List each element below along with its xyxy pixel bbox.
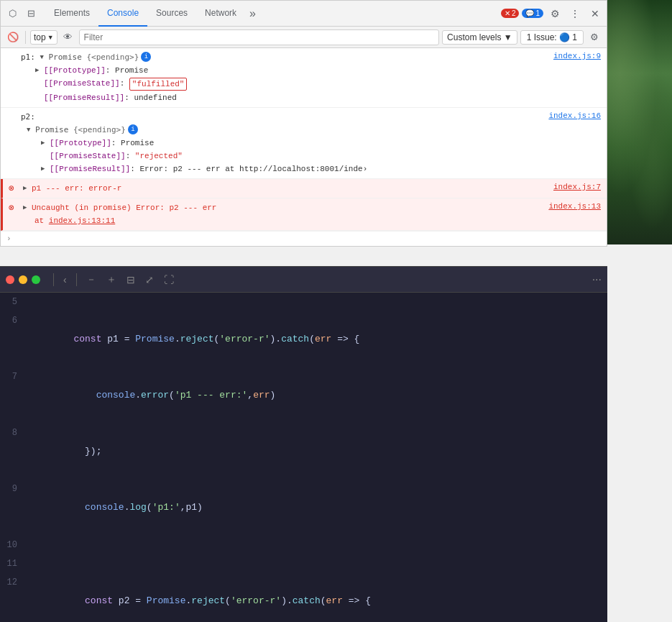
maximize-window-button[interactable] xyxy=(32,275,40,284)
uncaught-source-link[interactable]: index.js:13 xyxy=(548,200,607,229)
p2-tree-row: p2: xyxy=(21,111,546,124)
tab-sources[interactable]: Sources xyxy=(147,1,196,27)
entry-content-p2: p2: Promise {<pending>} i [[Prototype]] … xyxy=(18,109,548,177)
settings-icon[interactable]: ⚙ xyxy=(546,5,563,22)
cursor-tool-icon[interactable]: ⛶ xyxy=(162,272,176,288)
line-content-9[interactable]: console.log('p1:',p1) xyxy=(29,480,607,536)
console-entry-uncaught: ⊗ Uncaught (in promise) Error: p2 --- er… xyxy=(1,198,607,231)
chevron-down-icon: ▼ xyxy=(47,34,54,41)
console-entry-p1: p1: Promise {<pending>} i [[Prototype]] … xyxy=(1,48,607,108)
p2-expand-arrow[interactable] xyxy=(27,124,35,136)
tab-network[interactable]: Network xyxy=(196,1,245,27)
p2-result-arrow[interactable] xyxy=(41,163,50,175)
p1-error-source-link[interactable]: index.js:7 xyxy=(553,180,607,196)
line-content-8[interactable]: }); xyxy=(29,424,607,480)
uncaught-arrow[interactable] xyxy=(23,202,32,214)
line-content-5 xyxy=(29,293,607,311)
code-toolbar: ‹ － ＋ ⊟ ⤢ ⛶ ··· xyxy=(0,267,607,293)
code-content: 5 6 const p1 = Promise.reject('error-r')… xyxy=(0,293,607,622)
entry-gutter-p1 xyxy=(1,50,18,106)
error-badge[interactable]: ✕ 2 xyxy=(501,9,520,18)
expand-icon[interactable]: ⤢ xyxy=(143,272,156,288)
issue-badge[interactable]: 1 Issue: 🔵 1 xyxy=(520,30,584,45)
p1-label: p1: xyxy=(21,52,40,63)
p1-prototype-colon: : Promise xyxy=(106,65,148,76)
console-input-arrow[interactable]: › xyxy=(1,231,607,246)
code-separator-1 xyxy=(53,273,54,286)
p1-info-icon[interactable]: i xyxy=(141,52,151,62)
tab-console[interactable]: Console xyxy=(98,1,147,27)
p1-result-key: [[PromiseResult]] xyxy=(44,92,124,104)
line-num-6: 6 xyxy=(0,311,29,330)
p2-label: p2: xyxy=(21,111,35,123)
zoom-out-icon[interactable]: － xyxy=(84,271,98,288)
p1-expand-arrow[interactable] xyxy=(40,52,49,63)
back-button[interactable]: ‹ xyxy=(61,272,69,288)
p1-source-link[interactable]: index.js:9 xyxy=(553,50,607,106)
p1-state-key: [[PromiseState]] xyxy=(44,78,120,89)
custom-levels-dropdown[interactable]: Custom levels ▼ xyxy=(442,30,517,45)
code-line-10: 10 xyxy=(0,536,607,554)
code-line-8: 8 }); xyxy=(0,424,607,480)
p2-result-row: [[PromiseResult]] : Error: p2 --- err at… xyxy=(21,163,546,175)
p1-state-value: "fulfilled" xyxy=(129,78,188,91)
code-line-9: 9 console.log('p1:',p1) xyxy=(0,480,607,536)
entry-content-uncaught: Uncaught (in promise) Error: p2 --- err … xyxy=(20,200,548,229)
tab-bar-right: ✕ 2 💬 1 ⚙ ⋮ ✕ xyxy=(501,5,604,22)
more-options-icon[interactable]: ⋮ xyxy=(566,5,584,22)
message-badge[interactable]: 💬 1 xyxy=(522,9,543,18)
close-button[interactable]: ✕ xyxy=(586,5,604,22)
line-content-6[interactable]: const p1 = Promise.reject('error-r').cat… xyxy=(29,311,607,367)
line-content-12[interactable]: const p2 = Promise.reject('error-r').cat… xyxy=(29,573,607,622)
line-content-10 xyxy=(29,536,607,554)
uncaught-text: Uncaught (in promise) Error: p2 --- err xyxy=(32,202,216,214)
p1-tree-row: p1: Promise {<pending>} i xyxy=(21,51,551,64)
p2-state-colon: : xyxy=(126,150,135,162)
p1-prototype-arrow[interactable] xyxy=(35,65,44,76)
clear-console-button[interactable]: 🚫 xyxy=(5,29,21,45)
minimize-window-button[interactable] xyxy=(19,275,27,284)
zoom-in-icon[interactable]: ＋ xyxy=(104,271,119,288)
p2-result-colon: : Error: p2 --- err at http://localhost:… xyxy=(130,163,367,175)
console-toolbar: 🚫 top ▼ 👁 Custom levels ▼ 1 Issue: 🔵 1 ⚙ xyxy=(1,27,607,48)
p2-prototype-arrow[interactable] xyxy=(41,137,50,149)
tab-bar: ⬡ ⊟ Elements Console Sources Network » ✕… xyxy=(1,1,607,27)
p2-info-icon[interactable]: i xyxy=(128,124,138,134)
uncaught-at: at xyxy=(34,215,49,227)
p2-prototype-colon: : Promise xyxy=(111,137,154,149)
error-circle-icon-1: ⊗ xyxy=(9,183,14,194)
p1-error-arrow[interactable] xyxy=(23,183,32,194)
filter-input[interactable] xyxy=(79,29,439,45)
input-chevron-icon: › xyxy=(6,234,11,243)
code-panel: ‹ － ＋ ⊟ ⤢ ⛶ ··· 5 6 const p1 = Promise.r… xyxy=(0,266,607,622)
p2-promise-text: Promise {<pending>} xyxy=(35,124,126,136)
tab-elements[interactable]: Elements xyxy=(45,1,98,27)
p2-promise-row: Promise {<pending>} i xyxy=(21,124,546,137)
p2-source-link[interactable]: index.js:16 xyxy=(548,109,607,177)
code-line-7: 7 console.error('p1 --- err:',err) xyxy=(0,367,607,424)
code-line-12: 12 const p2 = Promise.reject('error-r').… xyxy=(0,573,607,622)
message-icon: 💬 xyxy=(525,9,534,17)
tab-bar-icons: ⬡ ⊟ xyxy=(4,5,40,22)
code-more-options[interactable]: ··· xyxy=(592,273,602,286)
p2-prototype-row: [[Prototype]] : Promise xyxy=(21,137,546,150)
p1-state-colon: : xyxy=(120,78,129,89)
cursor-icon[interactable]: ⬡ xyxy=(4,5,21,22)
close-window-button[interactable] xyxy=(6,275,14,284)
eye-icon[interactable]: 👁 xyxy=(60,29,76,45)
console-settings-button[interactable]: ⚙ xyxy=(586,29,602,45)
uncaught-source-link-inline[interactable]: index.js:13:11 xyxy=(49,215,115,227)
scenic-overlay xyxy=(607,0,672,244)
layers-icon[interactable]: ⊟ xyxy=(22,5,40,22)
code-line-5: 5 xyxy=(0,293,607,311)
p1-error-text: p1 --- err: error-r xyxy=(32,183,121,194)
line-content-7[interactable]: console.error('p1 --- err:',err) xyxy=(29,367,607,424)
console-entry-p2: p2: Promise {<pending>} i [[Prototype]] … xyxy=(1,108,607,179)
p1-error-row: p1 --- err: error-r xyxy=(23,182,551,195)
context-selector[interactable]: top ▼ xyxy=(30,30,57,45)
p2-result-key: [[PromiseResult]] xyxy=(50,163,130,175)
format-icon[interactable]: ⊟ xyxy=(124,272,137,288)
error-icon: ✕ xyxy=(505,9,510,17)
line-num-9: 9 xyxy=(0,480,29,498)
more-tabs-button[interactable]: » xyxy=(245,1,260,27)
